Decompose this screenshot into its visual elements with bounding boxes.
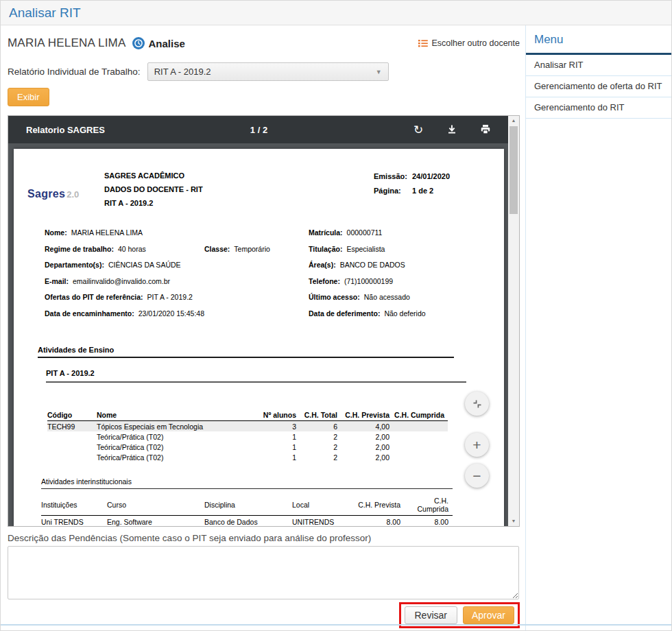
zoom-in-button[interactable]: +: [465, 433, 489, 457]
table-row: Teórica/Prática (T02) 12 2,00: [47, 452, 448, 462]
rotate-icon[interactable]: ↻: [412, 123, 424, 136]
choose-other-docente-label: Escolher outro docente: [431, 38, 520, 48]
fit-page-button[interactable]: [465, 392, 489, 416]
pdf-toolbar: Relatorio SAGRES 1 / 2 ↻: [8, 116, 509, 143]
app-window: Analisar RIT MARIA HELENA LIMA Analise: [0, 0, 672, 631]
scrollbar-thumb[interactable]: [509, 126, 518, 214]
aprovar-button[interactable]: Aprovar: [463, 606, 514, 624]
print-icon[interactable]: [479, 123, 492, 136]
menu-title: Menu: [526, 25, 671, 55]
pdf-canvas-area: Sagres2.0 SAGRES ACADÊMICO DADOS DO DOCE…: [8, 143, 509, 526]
pdf-header-lines: SAGRES ACADÊMICO DADOS DO DOCENTE - RIT …: [104, 169, 203, 210]
pdf-page: Sagres2.0 SAGRES ACADÊMICO DADOS DO DOCE…: [14, 149, 504, 527]
table-atividades-interinstitucionais: Instituições Curso Disciplina Local C.H.…: [41, 495, 453, 526]
list-icon: [418, 39, 428, 47]
rit-select-label: Relatório Individual de Trabalho:: [8, 67, 141, 77]
pendencias-label: Descrição das Pendências (Somente caso o…: [8, 533, 520, 543]
table-row: TECH99Tópicos Especiais em Tecnologia 36…: [47, 421, 448, 432]
menu-item-analisar-rit[interactable]: Analisar RIT: [526, 55, 671, 76]
scroll-down-icon[interactable]: ▼: [508, 516, 519, 526]
download-icon[interactable]: [446, 123, 458, 136]
page-header: Analisar RIT: [1, 1, 671, 25]
status-badge: Analise: [149, 38, 185, 49]
sagres-logo: Sagres2.0: [27, 169, 104, 210]
section-atividades-ensino: Atividades de Ensino: [38, 346, 454, 358]
choose-other-docente-link[interactable]: Escolher outro docente: [418, 38, 520, 48]
page-title: Analisar RIT: [9, 5, 81, 21]
table-row: Teórica/Prática (T02) 12 2,00: [47, 431, 448, 442]
sidebar-menu: Menu Analisar RIT Gerenciamento de ofert…: [525, 25, 671, 631]
pendencias-textarea[interactable]: [8, 546, 519, 599]
exibir-button[interactable]: Exibir: [8, 88, 49, 106]
pdf-viewer: Relatorio SAGRES 1 / 2 ↻: [8, 115, 520, 527]
main-content: MARIA HELENA LIMA Analise: [1, 25, 525, 631]
section-atividades-interinstitucionais: Atividades interinstitucionais: [41, 477, 453, 489]
menu-item-gerenciamento-oferta-rit[interactable]: Gerenciamento de oferta do RIT: [526, 76, 671, 97]
menu-item-gerenciamento-rit[interactable]: Gerenciamento do RIT: [526, 97, 671, 119]
table-row: Teórica/Prática (T02) 12 2,00: [47, 442, 448, 452]
revisar-button[interactable]: Revisar: [405, 606, 457, 624]
docente-name: MARIA HELENA LIMA: [8, 36, 126, 50]
rit-select[interactable]: RIT A - 2019.2 ▼: [147, 62, 389, 81]
panel-footer-divider: [1, 624, 671, 626]
pdf-docente-fields: Nome:MARIA HELENA LIMA Regime de trabalh…: [45, 228, 504, 325]
rit-select-row: Relatório Individual de Trabalho: RIT A …: [8, 62, 520, 81]
table-atividades-ensino: Código Nome Nº alunos C.H. Total C.H. Pr…: [47, 410, 448, 462]
pdf-title: Relatorio SAGRES: [26, 125, 105, 135]
docente-row: MARIA HELENA LIMA Analise: [8, 32, 520, 50]
chevron-down-icon: ▼: [376, 69, 382, 75]
pdf-emission-block: Emissão:24/01/2020 Página:1 de 2: [374, 169, 489, 210]
pdf-scrollbar[interactable]: ▲ ▼: [508, 116, 519, 526]
pit-title: PIT A - 2019.2: [46, 369, 466, 383]
zoom-out-button[interactable]: −: [465, 464, 489, 488]
table-row: Uni TRENDSEng. Software Banco de DadosUN…: [41, 516, 453, 527]
scroll-up-icon[interactable]: ▲: [508, 116, 519, 126]
rit-select-value: RIT A - 2019.2: [154, 67, 211, 77]
clock-icon: [132, 37, 145, 49]
